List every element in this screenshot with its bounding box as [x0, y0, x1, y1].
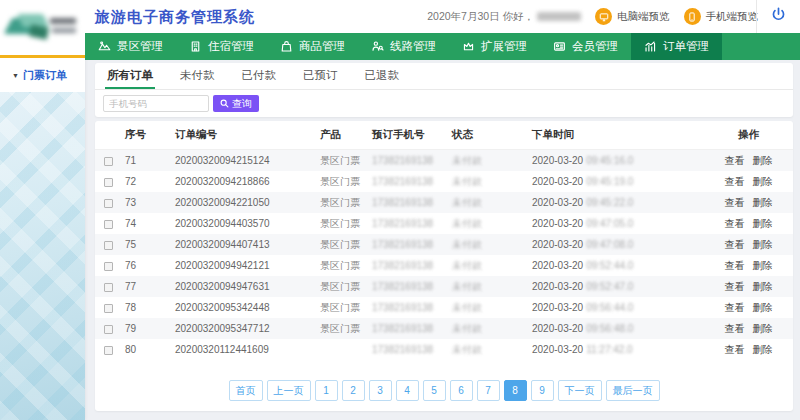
tab-3[interactable]: 已付款	[240, 63, 279, 89]
table-row: 7120200320094215124景区门票17382169138未付款202…	[95, 150, 793, 171]
row-checkbox[interactable]	[104, 346, 113, 355]
order-date: 2020-03-20	[532, 176, 583, 187]
cell-status-blurred: 未付款	[452, 280, 532, 294]
cell-product: 景区门票	[320, 196, 372, 210]
checkbox-cell	[95, 299, 125, 317]
page-number-6[interactable]: 6	[450, 380, 473, 401]
delete-link[interactable]: 删除	[753, 197, 773, 208]
nav-item-4[interactable]: 线路管理	[358, 33, 449, 60]
actions-cell: 查看删除	[704, 175, 793, 189]
cell-order-number: 20200320094218866	[175, 176, 320, 187]
delete-link[interactable]: 删除	[753, 281, 773, 292]
col-order-number: 订单编号	[175, 128, 320, 142]
cell-product: 景区门票	[320, 301, 372, 315]
delete-link[interactable]: 删除	[753, 239, 773, 250]
page-first[interactable]: 首页	[229, 380, 263, 401]
cell-no: 71	[125, 155, 175, 166]
nav-item-5[interactable]: 扩展管理	[449, 33, 540, 60]
row-checkbox[interactable]	[104, 241, 113, 250]
view-link[interactable]: 查看	[725, 260, 745, 271]
monitor-icon	[595, 8, 612, 25]
tab-2[interactable]: 未付款	[178, 63, 217, 89]
pc-preview-button[interactable]: 电脑端预览	[595, 8, 670, 25]
page-number-9[interactable]: 9	[531, 380, 554, 401]
checkbox-cell	[95, 278, 125, 296]
row-checkbox[interactable]	[104, 199, 113, 208]
page-number-8[interactable]: 8	[504, 380, 527, 401]
cell-phone-blurred: 17382169138	[372, 176, 452, 187]
delete-link[interactable]: 删除	[753, 218, 773, 229]
page-number-3[interactable]: 3	[369, 380, 392, 401]
cell-order-number: 20200320094942121	[175, 260, 320, 271]
view-link[interactable]: 查看	[725, 239, 745, 250]
cell-no: 74	[125, 218, 175, 229]
view-link[interactable]: 查看	[725, 323, 745, 334]
row-checkbox[interactable]	[104, 178, 113, 187]
page-number-7[interactable]: 7	[477, 380, 500, 401]
filters-card: 所有订单未付款已付款已预订已退款 查询	[95, 63, 793, 117]
cell-phone-blurred: 17382169138	[372, 239, 452, 250]
row-checkbox[interactable]	[104, 157, 113, 166]
view-link[interactable]: 查看	[725, 302, 745, 313]
page-number-5[interactable]: 5	[423, 380, 446, 401]
row-checkbox[interactable]	[104, 325, 113, 334]
nav-item-3[interactable]: 商品管理	[267, 33, 358, 60]
nav-item-2[interactable]: 住宿管理	[176, 33, 267, 60]
tab-1[interactable]: 所有订单	[105, 63, 155, 89]
cell-status-blurred: 未付款	[452, 196, 532, 210]
cell-no: 79	[125, 323, 175, 334]
page-number-4[interactable]: 4	[396, 380, 419, 401]
page-number-1[interactable]: 1	[315, 380, 338, 401]
delete-link[interactable]: 删除	[753, 260, 773, 271]
order-date: 2020-03-20	[532, 155, 583, 166]
row-checkbox[interactable]	[104, 262, 113, 271]
page-last[interactable]: 最后一页	[606, 380, 660, 401]
row-checkbox[interactable]	[104, 220, 113, 229]
row-checkbox[interactable]	[104, 283, 113, 292]
table-row: 7320200320094221050景区门票17382169138未付款202…	[95, 192, 793, 213]
view-link[interactable]: 查看	[725, 218, 745, 229]
delete-link[interactable]: 删除	[753, 344, 773, 355]
mobile-preview-label: 手机端预览	[706, 10, 759, 24]
cell-order-number: 20200320095342448	[175, 302, 320, 313]
nav-item-1[interactable]: 景区管理	[85, 33, 176, 60]
cell-status-blurred: 未付款	[452, 238, 532, 252]
view-link[interactable]: 查看	[725, 176, 745, 187]
page-next[interactable]: 下一页	[558, 380, 602, 401]
order-time-blurred: 09:56:48.0	[586, 323, 633, 334]
cell-no: 78	[125, 302, 175, 313]
checkbox-cell	[95, 194, 125, 212]
delete-link[interactable]: 删除	[753, 176, 773, 187]
search-button[interactable]: 查询	[213, 95, 259, 112]
actions-cell: 查看删除	[704, 217, 793, 231]
search-icon	[220, 99, 229, 108]
row-checkbox[interactable]	[104, 304, 113, 313]
delete-link[interactable]: 删除	[753, 323, 773, 334]
delete-link[interactable]: 删除	[753, 155, 773, 166]
tab-4[interactable]: 已预订	[301, 63, 340, 89]
mobile-preview-button[interactable]: 手机端预览	[684, 8, 759, 25]
sidebar-item-ticket-orders[interactable]: ▼ 门票订单	[0, 58, 85, 93]
view-link[interactable]: 查看	[725, 344, 745, 355]
cell-phone-blurred: 17382169138	[372, 302, 452, 313]
cell-order-number: 20200320094215124	[175, 155, 320, 166]
cell-product: 景区门票	[320, 175, 372, 189]
nav-item-label: 会员管理	[572, 39, 618, 54]
order-date: 2020-03-20	[532, 239, 583, 250]
page-prev[interactable]: 上一页	[267, 380, 311, 401]
logout-button[interactable]	[756, 0, 800, 33]
order-date: 2020-03-20	[532, 344, 583, 355]
nav-item-6[interactable]: 会员管理	[540, 33, 631, 60]
cell-order-time: 2020-03-2009:45:22.0	[532, 197, 704, 208]
scenic-icon	[98, 40, 111, 53]
nav-item-7[interactable]: 订单管理	[631, 33, 722, 60]
view-link[interactable]: 查看	[725, 281, 745, 292]
tab-5[interactable]: 已退款	[363, 63, 402, 89]
order-date: 2020-03-20	[532, 197, 583, 208]
delete-link[interactable]: 删除	[753, 302, 773, 313]
page-number-2[interactable]: 2	[342, 380, 365, 401]
order-time-blurred: 09:45:16.0	[586, 155, 633, 166]
search-input[interactable]	[103, 95, 209, 112]
view-link[interactable]: 查看	[725, 155, 745, 166]
view-link[interactable]: 查看	[725, 197, 745, 208]
